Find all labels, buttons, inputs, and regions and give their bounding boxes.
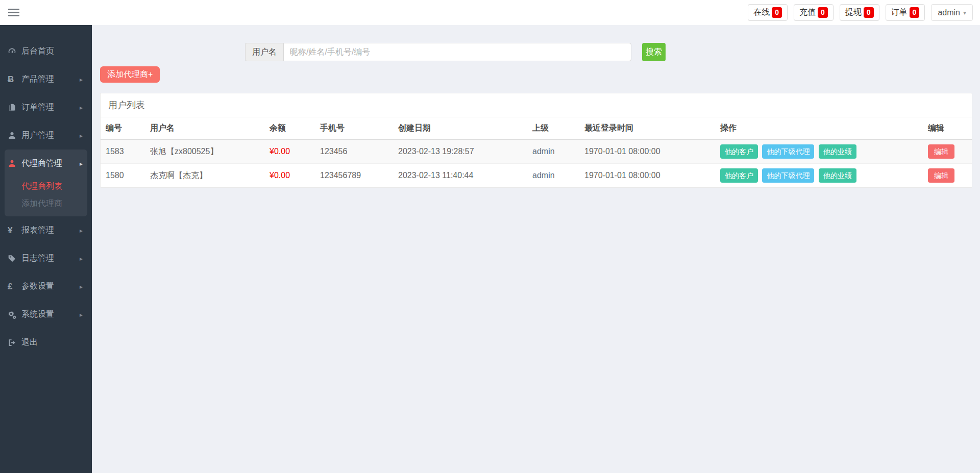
status-badge: 0 (818, 7, 828, 17)
chevron-right-icon: ▸ (80, 76, 83, 83)
orders-icon (8, 103, 21, 112)
cell-last-login: 1970-01-01 08:00:00 (579, 164, 715, 188)
stat-label: 订单 (891, 7, 908, 18)
cell-actions: 他的客户 他的下级代理 他的业绩 (715, 140, 923, 164)
chevron-right-icon: ▸ (80, 283, 83, 290)
cell-phone: 123456789 (315, 164, 393, 188)
yen-icon: ¥ (8, 226, 21, 236)
sidebar-item-label: 退出 (21, 337, 83, 348)
add-agent-button[interactable]: 添加代理商+ (100, 66, 160, 83)
sidebar-item-parameters[interactable]: £ 参数设置 ▸ (0, 272, 92, 301)
cell-username: 张旭【zx800525】 (145, 140, 264, 164)
logout-icon (8, 338, 21, 347)
cell-parent: admin (527, 164, 579, 188)
chevron-right-icon: ▸ (80, 104, 83, 111)
sidebar-nav: 后台首页 Ƀ 产品管理 ▸ 订单管理 ▸ 用户管理 ▸ (0, 25, 92, 357)
search-input-group: 用户名 (245, 43, 631, 61)
his-sub-agents-button[interactable]: 他的下级代理 (762, 168, 814, 183)
table-row: 1580 杰克啊【杰克】 ¥0.00 123456789 2023-02-13 … (101, 164, 972, 188)
search-button[interactable]: 搜索 (642, 43, 666, 61)
sidebar-item-label: 参数设置 (21, 281, 80, 292)
sidebar-item-logout[interactable]: 退出 (0, 329, 92, 357)
online-stat-button[interactable]: 在线 0 (748, 4, 788, 21)
bitcoin-icon: Ƀ (8, 74, 21, 85)
his-performance-button[interactable]: 他的业绩 (819, 168, 856, 183)
sidebar-subitem-agent-list[interactable]: 代理商列表 (5, 178, 87, 195)
status-badge: 0 (772, 7, 782, 17)
sidebar-item-label: 系统设置 (21, 309, 80, 320)
column-header-edit: 编辑 (923, 117, 972, 140)
column-header-actions: 操作 (715, 117, 923, 140)
sidebar-subitem-add-agent[interactable]: 添加代理商 (5, 195, 87, 212)
his-customers-button[interactable]: 他的客户 (720, 168, 758, 183)
chevron-down-icon: ▾ (963, 9, 966, 16)
column-header-id: 编号 (101, 117, 145, 140)
agent-icon (8, 159, 21, 168)
admin-username: admin (938, 8, 960, 17)
sidebar-group-agents: 代理商管理 ▸ 代理商列表 添加代理商 (5, 150, 87, 216)
sidebar-item-logs[interactable]: 日志管理 ▸ (0, 244, 92, 272)
column-header-created: 创建日期 (393, 117, 527, 140)
chevron-right-icon: ▸ (80, 227, 83, 234)
cell-created: 2023-02-13 11:40:44 (393, 164, 527, 188)
column-header-phone: 手机号 (315, 117, 393, 140)
admin-user-menu[interactable]: admin ▾ (931, 4, 973, 21)
panel-title: 用户列表 (101, 93, 972, 117)
cell-actions: 他的客户 他的下级代理 他的业绩 (715, 164, 923, 188)
orders-stat-button[interactable]: 订单 0 (886, 4, 925, 21)
status-badge: 0 (910, 7, 920, 17)
tags-icon (8, 254, 21, 263)
his-customers-button[interactable]: 他的客户 (720, 144, 758, 159)
stat-label: 在线 (753, 7, 770, 18)
sidebar-item-label: 日志管理 (21, 253, 80, 264)
chevron-right-icon: ▸ (80, 160, 83, 167)
table-row: 1583 张旭【zx800525】 ¥0.00 123456 2023-02-1… (101, 140, 972, 164)
sidebar-item-label: 代理商管理 (21, 158, 80, 169)
stat-label: 提现 (845, 7, 862, 18)
column-header-last-login: 最近登录时间 (579, 117, 715, 140)
edit-button[interactable]: 编辑 (928, 168, 954, 183)
chevron-right-icon: ▸ (80, 255, 83, 262)
sidebar-item-users[interactable]: 用户管理 ▸ (0, 121, 92, 150)
status-badge: 0 (864, 7, 874, 17)
sidebar-item-reports[interactable]: ¥ 报表管理 ▸ (0, 216, 92, 244)
his-performance-button[interactable]: 他的业绩 (819, 144, 856, 159)
recharge-stat-button[interactable]: 充值 0 (794, 4, 834, 21)
cell-id: 1580 (101, 164, 145, 188)
chevron-right-icon: ▸ (80, 132, 83, 139)
search-bar: 用户名 搜索 (245, 43, 972, 61)
main-content: 用户名 搜索 添加代理商+ 用户列表 编号 用户名 余额 手机号 创建日期 上级 (92, 25, 980, 473)
column-header-username: 用户名 (145, 117, 264, 140)
user-table: 编号 用户名 余额 手机号 创建日期 上级 最近登录时间 操作 编辑 1583 … (101, 117, 972, 187)
sidebar-item-system[interactable]: 系统设置 ▸ (0, 301, 92, 329)
cell-last-login: 1970-01-01 08:00:00 (579, 140, 715, 164)
header-stats: 在线 0 充值 0 提现 0 订单 0 admin ▾ (748, 4, 973, 21)
cell-balance: ¥0.00 (264, 164, 315, 188)
sidebar-item-dashboard[interactable]: 后台首页 (0, 37, 92, 65)
column-header-balance: 余额 (264, 117, 315, 140)
user-list-panel: 用户列表 编号 用户名 余额 手机号 创建日期 上级 最近登录时间 操作 编辑 (100, 93, 972, 188)
column-header-parent: 上级 (527, 117, 579, 140)
sidebar-item-label: 用户管理 (21, 130, 80, 141)
sidebar-item-label: 订单管理 (21, 102, 80, 113)
sidebar-item-label: 报表管理 (21, 225, 80, 236)
pound-icon: £ (8, 282, 21, 292)
cell-parent: admin (527, 140, 579, 164)
his-sub-agents-button[interactable]: 他的下级代理 (762, 144, 814, 159)
edit-button[interactable]: 编辑 (928, 144, 954, 159)
sidebar-item-orders[interactable]: 订单管理 ▸ (0, 93, 92, 121)
cell-created: 2023-02-13 19:28:57 (393, 140, 527, 164)
sidebar: 后台首页 Ƀ 产品管理 ▸ 订单管理 ▸ 用户管理 ▸ (0, 25, 92, 473)
sidebar-item-label: 后台首页 (21, 46, 83, 57)
sidebar-item-products[interactable]: Ƀ 产品管理 ▸ (0, 65, 92, 93)
search-input[interactable] (283, 43, 631, 61)
cell-balance: ¥0.00 (264, 140, 315, 164)
sidebar-item-agents[interactable]: 代理商管理 ▸ (5, 150, 87, 178)
withdraw-stat-button[interactable]: 提现 0 (840, 4, 879, 21)
cell-id: 1583 (101, 140, 145, 164)
users-icon (8, 131, 21, 140)
cell-edit: 编辑 (923, 164, 972, 188)
cell-username: 杰克啊【杰克】 (145, 164, 264, 188)
dashboard-icon (8, 47, 21, 56)
hamburger-icon[interactable] (8, 7, 19, 18)
